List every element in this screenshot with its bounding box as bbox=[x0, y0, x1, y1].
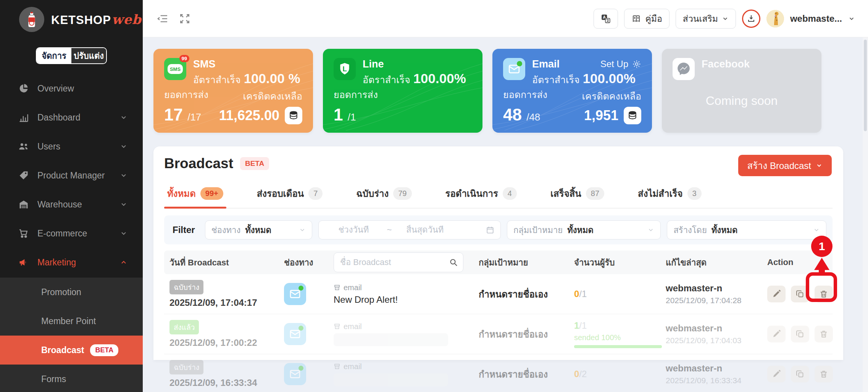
translate-button[interactable]: A bbox=[594, 9, 618, 29]
success-rate: อัตราสำเร็จ100.00 % bbox=[193, 71, 300, 87]
editor-name: webmaster-n bbox=[666, 323, 762, 334]
svg-text:L: L bbox=[342, 65, 347, 73]
brand-text: KETSHOPweb bbox=[51, 12, 142, 27]
topup-credit-button[interactable] bbox=[285, 107, 302, 124]
date-start-input[interactable] bbox=[325, 225, 382, 235]
broadcast-name[interactable]: New Drop Alert! bbox=[334, 294, 473, 305]
mode-manage-button[interactable]: จัดการ bbox=[37, 48, 71, 63]
sidebar-item-overview[interactable]: Overview bbox=[0, 74, 143, 103]
status-badge: ฉบับร่าง bbox=[169, 280, 203, 294]
chevron-down-icon bbox=[299, 227, 306, 233]
recipients-total: /2 bbox=[579, 369, 587, 379]
user-menu-chevron-icon[interactable] bbox=[848, 15, 855, 22]
sidebar-item-ecommerce[interactable]: E-commerce bbox=[0, 219, 143, 248]
sidebar-item-broadcast[interactable]: Broadcast BETA bbox=[0, 336, 143, 365]
trash-icon bbox=[819, 329, 828, 339]
messenger-app-icon bbox=[673, 58, 695, 80]
sidebar-item-marketing[interactable]: Marketing bbox=[0, 248, 143, 277]
date-range-picker[interactable]: ~ bbox=[318, 220, 500, 239]
table-row: ฉบับร่าง 2025/12/09, 17:04:17 email bbox=[164, 274, 833, 314]
col-recipients: จำนวนผู้รับ bbox=[569, 256, 660, 269]
topup-credit-button[interactable] bbox=[624, 107, 641, 124]
sidebar-item-member-point[interactable]: Member Point bbox=[0, 307, 143, 336]
sent-label: ยอดการส่ง bbox=[503, 87, 547, 102]
create-broadcast-button[interactable]: สร้าง Broadcast bbox=[738, 155, 832, 176]
bar-chart-icon bbox=[18, 112, 29, 123]
sidebar-item-label: Overview bbox=[37, 84, 74, 94]
tab-count: 79 bbox=[393, 187, 411, 200]
translate-icon: A bbox=[601, 14, 611, 24]
creator-filter-select[interactable]: สร้างโดย ทั้งหมด bbox=[667, 220, 826, 239]
redacted-broadcast-name bbox=[334, 333, 448, 346]
tab-monthly[interactable]: ส่งรอบเดือน7 bbox=[256, 182, 324, 208]
topbar: A คู่มือ ส่วนเสริม webmaste... bbox=[143, 0, 868, 37]
gear-icon bbox=[632, 59, 641, 69]
tab-draft[interactable]: ฉบับร่าง79 bbox=[355, 182, 412, 208]
ketchup-bottle-icon bbox=[19, 7, 44, 32]
sidebar-item-warehouse[interactable]: Warehouse bbox=[0, 190, 143, 219]
date-end-input[interactable] bbox=[396, 225, 453, 235]
ketshop-logo[interactable]: KETSHOPweb bbox=[0, 0, 143, 32]
sidebar-item-promotion[interactable]: Promotion bbox=[0, 278, 143, 307]
card-title: Facebook bbox=[702, 58, 750, 71]
tag-small-icon bbox=[334, 323, 340, 330]
sidebar-item-forms[interactable]: Forms bbox=[0, 365, 143, 392]
scrollbar bbox=[863, 37, 868, 392]
channel-filter-select[interactable]: ช่องทาง ทั้งหมด bbox=[205, 220, 313, 239]
broadcast-tabs: ทั้งหมด99+ ส่งรอบเดือน7 ฉบับร่าง79 รอดำเ… bbox=[164, 182, 833, 209]
sub-item-label: Promotion bbox=[41, 287, 81, 297]
tab-all[interactable]: ทั้งหมด99+ bbox=[166, 182, 224, 208]
edit-button[interactable] bbox=[767, 286, 786, 302]
table-row: ส่งแล้ว 2025/12/09, 17:00:22 email bbox=[164, 314, 833, 354]
table-row: ฉบับร่าง 2025/12/09, 16:33:34 email bbox=[164, 354, 833, 392]
coming-soon-text: Coming soon bbox=[662, 94, 821, 108]
sidebar-nav: Overview Dashboard Users Product Manager… bbox=[0, 74, 143, 277]
scrollbar-thumb[interactable] bbox=[864, 40, 867, 131]
audience-filter-select[interactable]: กลุ่มเป้าหมาย ทั้งหมด bbox=[507, 220, 661, 239]
email-setup-link[interactable]: Set Up bbox=[600, 59, 641, 69]
progress-bar bbox=[574, 345, 662, 348]
tab-failed[interactable]: ส่งไม่สำเร็จ3 bbox=[637, 182, 702, 208]
username[interactable]: webmaste... bbox=[790, 13, 842, 24]
recipients-sent: 0 bbox=[574, 369, 579, 379]
addons-dropdown[interactable]: ส่วนเสริม bbox=[676, 9, 736, 29]
chevron-down-icon bbox=[120, 114, 127, 121]
recipients-total: /1 bbox=[579, 289, 587, 299]
collapse-sidebar-icon[interactable] bbox=[156, 13, 169, 25]
row-actions bbox=[762, 366, 833, 382]
tab-count: 87 bbox=[586, 187, 604, 200]
tab-pending[interactable]: รอดำเนินการ4 bbox=[445, 182, 518, 208]
megaphone-icon bbox=[18, 257, 29, 268]
delete-button[interactable] bbox=[815, 326, 833, 342]
chevron-down-icon bbox=[816, 162, 823, 169]
email-channel-icon bbox=[284, 283, 306, 305]
search-icon[interactable] bbox=[449, 258, 458, 267]
guide-label: คู่มือ bbox=[645, 12, 662, 26]
guide-button[interactable]: คู่มือ bbox=[624, 9, 669, 29]
credit-value: 1,951 bbox=[584, 108, 618, 124]
sidebar-item-users[interactable]: Users bbox=[0, 132, 143, 161]
sidebar-item-label: E-commerce bbox=[37, 228, 87, 239]
duplicate-button[interactable] bbox=[791, 326, 809, 342]
filter-label: Filter bbox=[173, 225, 195, 235]
fullscreen-icon[interactable] bbox=[179, 13, 191, 25]
chevron-down-icon bbox=[120, 172, 127, 179]
sent-count: 1 /1 bbox=[334, 105, 378, 124]
user-avatar[interactable] bbox=[766, 10, 784, 27]
sidebar-item-dashboard[interactable]: Dashboard bbox=[0, 103, 143, 132]
duplicate-button[interactable] bbox=[791, 366, 809, 382]
sent-count: 48 /48 bbox=[503, 105, 547, 124]
search-input[interactable] bbox=[334, 252, 463, 272]
edit-button[interactable] bbox=[767, 326, 786, 342]
mode-customize-button[interactable]: ปรับแต่ง bbox=[71, 48, 106, 63]
sidebar: KETSHOPweb จัดการ ปรับแต่ง Overview Dash… bbox=[0, 0, 143, 392]
edit-button[interactable] bbox=[767, 366, 786, 382]
delete-button[interactable] bbox=[815, 366, 833, 382]
sidebar-item-product-manager[interactable]: Product Manager bbox=[0, 161, 143, 190]
download-button[interactable] bbox=[742, 10, 760, 28]
sended-percent: sended 100% bbox=[574, 333, 660, 342]
sidebar-item-label: Product Manager bbox=[37, 170, 105, 181]
pencil-icon bbox=[772, 329, 781, 339]
tab-finished[interactable]: เสร็จสิ้น87 bbox=[550, 182, 605, 208]
tab-count: 99+ bbox=[200, 187, 223, 200]
